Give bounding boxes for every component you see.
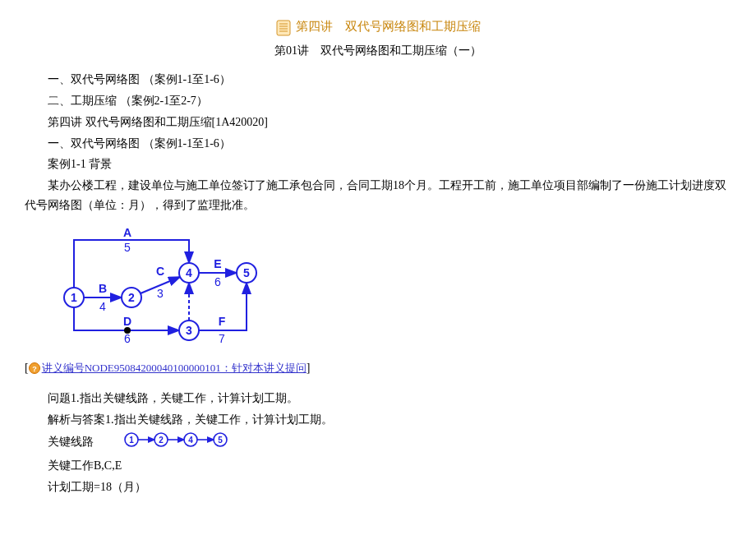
cp-node-1: 1 (129, 436, 134, 445)
document-icon (276, 16, 291, 38)
act-A-label: A (123, 226, 131, 239)
node-1: 1 (71, 291, 77, 304)
question-1: 问题1.指出关键线路，关键工作，计算计划工期。 (25, 389, 731, 408)
svg-rect-0 (277, 21, 290, 35)
answer-1-line4: 计划工期=18（月） (25, 477, 731, 497)
answer-1-line1: 解析与答案1.指出关键线路，关键工作，计算计划工期。 (25, 410, 731, 430)
act-F-dur: 7 (219, 332, 225, 345)
svg-text:?: ? (32, 365, 37, 373)
act-C-dur: 3 (157, 287, 164, 300)
network-diagram: A 5 D 6 B 4 C 3 E 6 F 7 1 2 3 4 5 (49, 224, 731, 353)
critical-path-label: 关键线路 (48, 436, 94, 448)
act-E-label: E (214, 257, 221, 270)
case-body: 某办公楼工程，建设单位与施工单位签订了施工承包合同，合同工期18个月。工程开工前… (25, 176, 731, 215)
node-4: 4 (186, 266, 192, 279)
feedback-row: [?讲义编号NODE95084200040100000101：针对本讲义提问] (25, 358, 731, 378)
act-B-dur: 4 (99, 300, 106, 313)
header: 第四讲 双代号网络图和工期压缩 第01讲 双代号网络图和工期压缩（一） (25, 16, 731, 60)
act-D-label: D (123, 315, 131, 328)
critical-path-diagram: 1 2 4 5 (100, 431, 230, 454)
act-E-dur: 6 (214, 275, 221, 288)
bracket-close: ] (307, 362, 311, 374)
node-3: 3 (186, 324, 192, 337)
body: 一、双代号网络图 （案例1-1至1-6） 二、工期压缩 （案例2-1至2-7） … (25, 70, 731, 215)
main-title-text: 第四讲 双代号网络图和工期压缩 (296, 16, 481, 38)
act-A-dur: 5 (124, 241, 131, 254)
act-F-label: F (219, 315, 226, 328)
subtitle-text: 第01讲 双代号网络图和工期压缩（一） (25, 41, 731, 61)
outline-1: 一、双代号网络图 （案例1-1至1-6） (25, 70, 731, 90)
outline-2: 二、工期压缩 （案例2-1至2-7） (25, 91, 731, 111)
feedback-link[interactable]: 讲义编号NODE95084200040100000101：针对本讲义提问 (42, 362, 307, 374)
answer-1-line3: 关键工作B,C,E (25, 456, 731, 476)
cp-node-3: 4 (188, 436, 193, 445)
act-C-label: C (156, 265, 164, 278)
cp-node-2: 2 (159, 436, 164, 445)
cp-node-4: 5 (218, 436, 223, 445)
qa-block: 问题1.指出关键线路，关键工作，计算计划工期。 解析与答案1.指出关键线路，关键… (25, 389, 731, 496)
outline-3: 第四讲 双代号网络图和工期压缩[1A420020] (25, 113, 731, 132)
svg-point-5 (124, 327, 131, 334)
node-5: 5 (243, 266, 250, 279)
critical-path-line: 关键线路 1 2 4 5 (25, 431, 731, 454)
main-title-row: 第四讲 双代号网络图和工期压缩 (276, 16, 481, 38)
question-icon: ? (29, 362, 42, 374)
outline-4: 一、双代号网络图 （案例1-1至1-6） (25, 134, 731, 154)
act-B-label: B (99, 282, 107, 295)
case-title: 案例1-1 背景 (25, 155, 731, 174)
act-D-dur: 6 (124, 332, 131, 345)
node-2: 2 (128, 291, 135, 304)
